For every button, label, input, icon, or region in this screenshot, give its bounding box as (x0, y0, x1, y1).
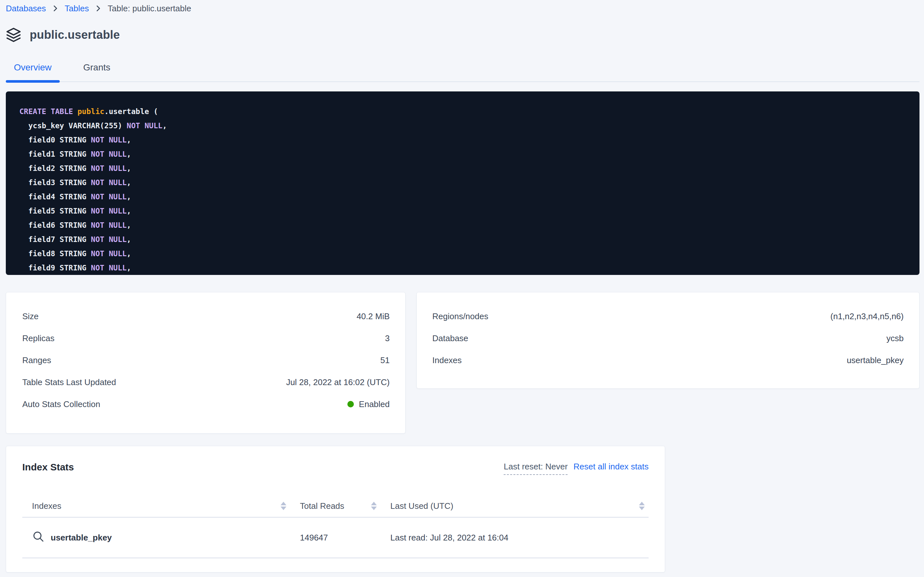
stat-value-text: 51 (380, 355, 390, 365)
last-used-cell: Last read: Jul 28, 2022 at 16:04 (381, 533, 649, 543)
stat-value-text: (n1,n2,n3,n4,n5,n6) (830, 311, 904, 321)
stat-row: Replicas 3 (22, 327, 390, 349)
tab-grants[interactable]: Grants (75, 62, 119, 81)
stat-row: Regions/nodes (n1,n2,n3,n4,n5,n6) (432, 305, 904, 327)
stat-value-text: 3 (385, 334, 390, 343)
create-table-sql-block: CREATE TABLE public.usertable ( ycsb_key… (6, 92, 919, 275)
stat-row: Indexes usertable_pkey (432, 349, 904, 371)
stat-label: Size (22, 311, 39, 321)
sort-icon (370, 501, 378, 511)
column-header[interactable]: Total Reads (290, 501, 381, 511)
page-title: public.usertable (30, 28, 120, 42)
total-reads-cell: 149647 (290, 533, 381, 543)
breadcrumb: Databases Tables Table: public.usertable (6, 3, 919, 14)
status-dot-icon (347, 401, 354, 408)
table-details-page: Databases Tables Table: public.usertable… (0, 0, 924, 572)
index-stats-actions: Last reset: Never Reset all index stats (504, 462, 649, 475)
stat-value-text: Jul 28, 2022 at 16:02 (UTC) (286, 377, 390, 387)
column-header-label: Last Used (UTC) (390, 501, 453, 511)
stat-value-text: ycsb (887, 334, 904, 343)
sql-code: CREATE TABLE public.usertable ( ycsb_key… (19, 104, 906, 275)
column-header[interactable]: Indexes (22, 501, 290, 511)
index-stats-card: Index Stats Last reset: Never Reset all … (6, 446, 665, 572)
stat-value-text: 40.2 MiB (357, 311, 390, 321)
reset-index-stats-link[interactable]: Reset all index stats (574, 462, 649, 472)
chevron-right-icon (51, 4, 59, 13)
sort-icon (638, 501, 645, 511)
stat-label: Regions/nodes (432, 311, 488, 321)
tab-bar: Overview Grants (6, 62, 919, 82)
layers-icon (6, 27, 21, 43)
stat-value: ycsb (887, 334, 904, 343)
stat-label: Table Stats Last Updated (22, 377, 116, 387)
stat-label: Ranges (22, 355, 51, 365)
stat-row: Database ycsb (432, 327, 904, 349)
stat-value: usertable_pkey (847, 355, 904, 365)
tab-overview[interactable]: Overview (6, 62, 60, 81)
column-header[interactable]: Last Used (UTC) (381, 501, 649, 511)
index-stats-table: Indexes Total Reads Last Used (U (22, 495, 649, 558)
table-details-card: Regions/nodes (n1,n2,n3,n4,n5,n6) Databa… (416, 292, 919, 388)
stat-value: 51 (380, 355, 390, 365)
stat-row: Auto Stats Collection Enabled (22, 393, 390, 415)
stat-value: (n1,n2,n3,n4,n5,n6) (830, 311, 904, 321)
stat-row: Size 40.2 MiB (22, 305, 390, 327)
breadcrumb-link-tables[interactable]: Tables (64, 3, 89, 14)
column-header-label: Total Reads (300, 501, 344, 511)
stat-value: Jul 28, 2022 at 16:02 (UTC) (286, 377, 390, 387)
index-stats-title: Index Stats (22, 462, 74, 473)
index-name: usertable_pkey (51, 533, 112, 543)
table-body: usertable_pkey 149647 Last read: Jul 28,… (22, 517, 649, 558)
column-header-label: Indexes (32, 501, 61, 511)
stat-value-text: Enabled (359, 399, 390, 409)
search-icon (32, 530, 45, 545)
stat-label: Replicas (22, 334, 55, 343)
chevron-right-icon (94, 4, 102, 13)
sort-icon (280, 501, 287, 511)
stat-value-text: usertable_pkey (847, 355, 904, 365)
stat-label: Database (432, 334, 468, 343)
stat-label: Auto Stats Collection (22, 399, 100, 409)
stat-value: 3 (385, 334, 390, 343)
last-reset-label: Last reset: Never (504, 462, 567, 475)
index-stats-header: Index Stats Last reset: Never Reset all … (22, 462, 649, 473)
page-header: public.usertable (6, 26, 919, 44)
stat-row: Ranges 51 (22, 349, 390, 371)
breadcrumb-link-databases[interactable]: Databases (6, 3, 46, 14)
stat-value: Enabled (347, 399, 390, 409)
stat-row: Table Stats Last Updated Jul 28, 2022 at… (22, 371, 390, 393)
stats-cards-row: Size 40.2 MiB Replicas 3 Ranges (6, 292, 919, 434)
last-used-value: Last read: Jul 28, 2022 at 16:04 (390, 533, 508, 543)
table-row[interactable]: usertable_pkey 149647 Last read: Jul 28,… (22, 517, 649, 558)
stat-value: 40.2 MiB (357, 311, 390, 321)
index-name-cell: usertable_pkey (22, 530, 290, 545)
breadcrumb-current: Table: public.usertable (108, 3, 191, 14)
table-header-row: Indexes Total Reads Last Used (U (22, 495, 649, 517)
table-overview-card: Size 40.2 MiB Replicas 3 Ranges (6, 292, 405, 434)
stat-label: Indexes (432, 355, 462, 365)
total-reads-value: 149647 (300, 533, 328, 543)
